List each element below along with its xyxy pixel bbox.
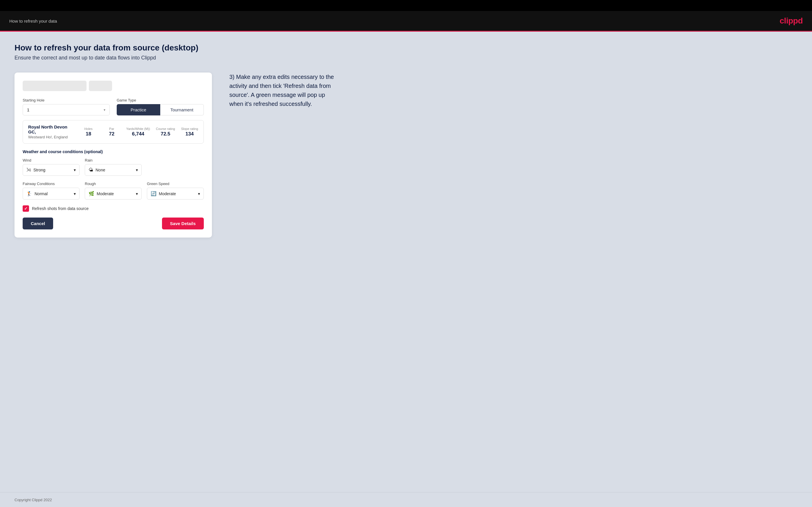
course-rating-stat: Course rating 72.5 xyxy=(156,127,175,137)
cancel-button[interactable]: Cancel xyxy=(22,218,53,229)
wind-value: Strong xyxy=(33,168,45,172)
refresh-checkbox-row: ✓ Refresh shots from data source xyxy=(22,205,204,212)
rough-chevron-icon: ▾ xyxy=(136,191,138,196)
form-card: Starting Hole 1 ▾ Game Type Practice Tou… xyxy=(14,72,212,237)
instruction-panel: 3) Make any extra edits necessary to the… xyxy=(230,72,340,109)
rain-value: None xyxy=(96,168,105,172)
wind-select[interactable]: 🌬 Strong ▾ xyxy=(22,164,80,176)
card-tabs-placeholder xyxy=(22,80,204,92)
refresh-label: Refresh shots from data source xyxy=(32,206,89,211)
fairway-select[interactable]: 🏌 Normal ▾ xyxy=(22,188,80,200)
refresh-checkbox[interactable]: ✓ xyxy=(22,205,29,212)
course-par-stat: Par 72 xyxy=(103,127,120,137)
yards-label: Yards/White (M)) xyxy=(126,127,150,130)
starting-hole-group: Starting Hole 1 ▾ xyxy=(22,98,110,115)
fairway-label: Fairway Conditions xyxy=(22,181,80,186)
wind-select-left: 🌬 Strong xyxy=(27,167,45,173)
page-subtitle: Ensure the correct and most up to date d… xyxy=(14,55,798,61)
content-row: Starting Hole 1 ▾ Game Type Practice Tou… xyxy=(14,72,798,237)
game-type-buttons: Practice Tournament xyxy=(117,104,204,115)
green-speed-group: Green Speed 🔄 Moderate ▾ xyxy=(147,181,204,200)
wind-group: Wind 🌬 Strong ▾ xyxy=(22,158,80,176)
main-content: How to refresh your data from source (de… xyxy=(0,32,812,492)
fairway-icon: 🏌 xyxy=(27,191,32,196)
top-black-bar xyxy=(0,0,812,11)
course-info-box: Royal North Devon GC, Westward Ho!, Engl… xyxy=(22,120,204,144)
holes-label: Holes xyxy=(85,127,93,130)
par-label: Par xyxy=(109,127,114,130)
holes-value: 18 xyxy=(86,131,91,137)
green-speed-select-left: 🔄 Moderate xyxy=(151,191,176,196)
footer: Copyright Clippd 2022 xyxy=(0,492,812,507)
fairway-select-left: 🏌 Normal xyxy=(27,191,48,196)
course-holes-stat: Holes 18 xyxy=(80,127,97,137)
fairway-group: Fairway Conditions 🏌 Normal ▾ xyxy=(22,181,80,200)
starting-hole-label: Starting Hole xyxy=(22,98,110,102)
action-row: Cancel Save Details xyxy=(22,218,204,229)
practice-button[interactable]: Practice xyxy=(117,104,160,115)
rain-chevron-icon: ▾ xyxy=(136,168,138,172)
starting-hole-value: 1 xyxy=(27,107,29,112)
game-type-label: Game Type xyxy=(117,98,204,102)
fairway-value: Normal xyxy=(35,191,48,196)
clippd-logo: clippd xyxy=(780,16,803,25)
green-speed-label: Green Speed xyxy=(147,181,204,186)
game-type-group: Game Type Practice Tournament xyxy=(117,98,204,115)
rain-label: Rain xyxy=(85,158,142,162)
rough-select[interactable]: 🌿 Moderate ▾ xyxy=(85,188,142,200)
green-speed-value: Moderate xyxy=(159,191,176,196)
weather-section: Weather and course conditions (optional)… xyxy=(22,149,204,176)
green-speed-icon: 🔄 xyxy=(151,191,156,196)
checkmark-icon: ✓ xyxy=(24,206,28,211)
save-details-button[interactable]: Save Details xyxy=(162,218,204,229)
starting-hole-select[interactable]: 1 ▾ xyxy=(22,104,110,115)
slope-rating-value: 134 xyxy=(186,131,194,137)
tournament-button[interactable]: Tournament xyxy=(160,104,204,115)
footer-text: Copyright Clippd 2022 xyxy=(14,498,52,502)
course-rating-value: 72.5 xyxy=(160,131,170,137)
rain-group: Rain 🌤 None ▾ xyxy=(85,158,142,176)
header: How to refresh your data clippd xyxy=(0,11,812,31)
course-location: Westward Ho!, England xyxy=(28,135,74,139)
page-title: How to refresh your data from source (de… xyxy=(14,43,798,53)
wind-icon: 🌬 xyxy=(27,167,31,173)
course-name-block: Royal North Devon GC, Westward Ho!, Engl… xyxy=(28,124,74,139)
wind-label: Wind xyxy=(22,158,80,162)
weather-row: Wind 🌬 Strong ▾ Rain xyxy=(22,158,204,176)
instruction-text: 3) Make any extra edits necessary to the… xyxy=(230,72,340,109)
rough-value: Moderate xyxy=(97,191,114,196)
starting-hole-row: Starting Hole 1 ▾ Game Type Practice Tou… xyxy=(22,98,204,115)
page-breadcrumb: How to refresh your data xyxy=(9,18,57,23)
green-speed-select[interactable]: 🔄 Moderate ▾ xyxy=(147,188,204,200)
rain-select-left: 🌤 None xyxy=(89,167,105,173)
rough-select-left: 🌿 Moderate xyxy=(89,191,114,196)
rough-icon: 🌿 xyxy=(89,191,94,196)
par-value: 72 xyxy=(109,131,114,137)
wind-chevron-icon: ▾ xyxy=(74,168,76,172)
fairway-chevron-icon: ▾ xyxy=(74,191,76,196)
course-rating-label: Course rating xyxy=(156,127,175,130)
slope-rating-label: Slope rating xyxy=(181,127,198,130)
rain-select[interactable]: 🌤 None ▾ xyxy=(85,164,142,176)
rough-group: Rough 🌿 Moderate ▾ xyxy=(85,181,142,200)
course-yards-stat: Yards/White (M)) 6,744 xyxy=(126,127,150,137)
conditions-row: Fairway Conditions 🏌 Normal ▾ Rough 🌿 xyxy=(22,181,204,200)
yards-value: 6,744 xyxy=(132,131,145,137)
starting-hole-chevron-icon: ▾ xyxy=(104,108,105,112)
green-speed-chevron-icon: ▾ xyxy=(198,191,200,196)
course-name: Royal North Devon GC, xyxy=(28,124,74,134)
rough-label: Rough xyxy=(85,181,142,186)
slope-rating-stat: Slope rating 134 xyxy=(181,127,198,137)
weather-section-heading: Weather and course conditions (optional) xyxy=(22,149,204,154)
rain-icon: 🌤 xyxy=(89,167,93,173)
